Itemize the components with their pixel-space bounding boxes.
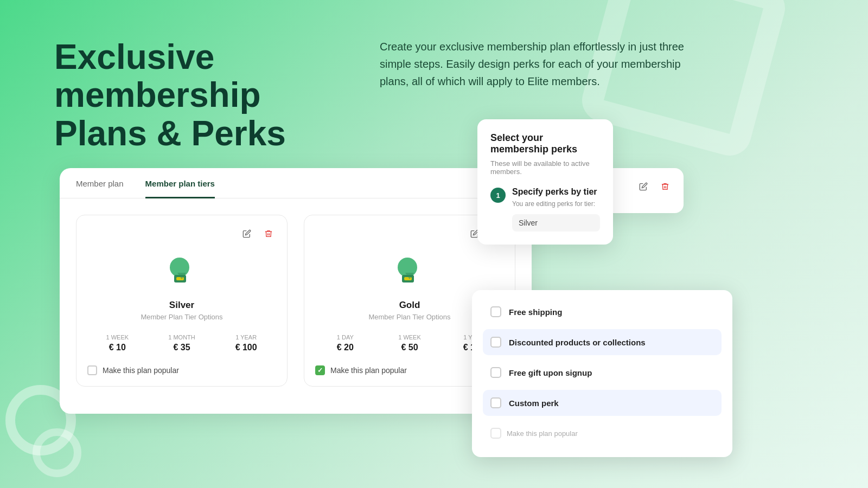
tab-member-plan-tiers[interactable]: Member plan tiers [145,168,215,198]
perk-row-free-shipping: Free shipping [483,299,722,325]
third-edit-button[interactable] [636,179,651,194]
perk-checkbox-free-shipping[interactable] [490,306,501,317]
tier-name-input[interactable] [512,214,600,232]
step-title-1: Specify perks by tier [512,187,600,198]
perks-popular-row: Make this plan popular [483,420,722,446]
silver-icon-wrapper [87,252,276,291]
silver-delete-button[interactable] [261,226,276,241]
gold-price-day: 1 DAY € 20 [315,334,375,352]
silver-price-week: 1 WEEK € 10 [87,334,148,352]
step-badge-1: 1 [490,188,506,203]
silver-tier-icon [162,252,201,291]
tab-member-plan[interactable]: Member plan [76,168,124,198]
step-content-1: Specify perks by tier You are editing pe… [512,187,600,232]
silver-tier-name: Silver [87,300,276,311]
hero-title: Exclusive membership Plans & Perks [54,38,336,152]
perk-label-custom: Custom perk [509,399,559,408]
perk-row-free-gift: Free gift upon signup [483,359,722,386]
hero-left: Exclusive membership Plans & Perks [54,38,336,152]
perk-checkbox-custom[interactable] [490,397,501,408]
tier-cards-container: Silver Member Plan Tier Options 1 WEEK €… [60,198,532,397]
silver-price-year: 1 YEAR € 100 [216,334,276,352]
gold-tier-icon [390,252,429,291]
perk-row-discounted: Discounted products or collections [483,329,722,355]
perk-checkbox-free-gift[interactable] [490,367,501,378]
perks-select-subtitle: These will be available to active member… [490,159,600,176]
silver-price-month: 1 MONTH € 35 [152,334,212,352]
main-card: Member plan Member plan tiers [60,168,532,414]
gold-price-week: 1 WEEK € 50 [380,334,440,352]
gold-popular-label: Make this plan popular [330,366,407,375]
perk-label-free-gift: Free gift upon signup [509,368,592,377]
tabs: Member plan Member plan tiers [60,168,532,198]
perks-list-card: Free shipping Discounted products or col… [472,290,732,457]
silver-popular-row: Make this plan popular [87,365,276,375]
silver-pricing-grid: 1 WEEK € 10 1 MONTH € 35 1 YEAR € 100 [87,334,276,352]
hero-description: Create your exclusive membership plan ef… [380,38,694,90]
perks-popular-checkbox[interactable] [490,428,501,439]
perks-popular-label: Make this plan popular [507,429,578,438]
silver-actions [87,226,276,241]
gold-actions [315,226,504,241]
silver-edit-button[interactable] [239,226,254,241]
gold-icon-wrapper [315,252,504,291]
perk-label-discounted: Discounted products or collections [509,338,646,347]
step-desc-1: You are editing perks for tier: [512,200,600,208]
perks-select-card: Select your membership perks These will … [477,119,613,245]
bg-circle-small [33,428,81,477]
perk-checkbox-discounted[interactable] [490,337,501,348]
silver-tier-subtitle: Member Plan Tier Options [87,313,276,321]
tier-card-silver: Silver Member Plan Tier Options 1 WEEK €… [76,215,288,387]
third-delete-button[interactable] [658,179,673,194]
silver-popular-label: Make this plan popular [103,366,179,375]
perk-row-custom: Custom perk [483,390,722,416]
silver-popular-checkbox[interactable] [87,365,97,375]
step-item-1: 1 Specify perks by tier You are editing … [490,187,600,232]
gold-popular-checkbox[interactable] [315,365,325,375]
perk-label-free-shipping: Free shipping [509,307,562,317]
perks-select-title: Select your membership perks [490,132,600,155]
